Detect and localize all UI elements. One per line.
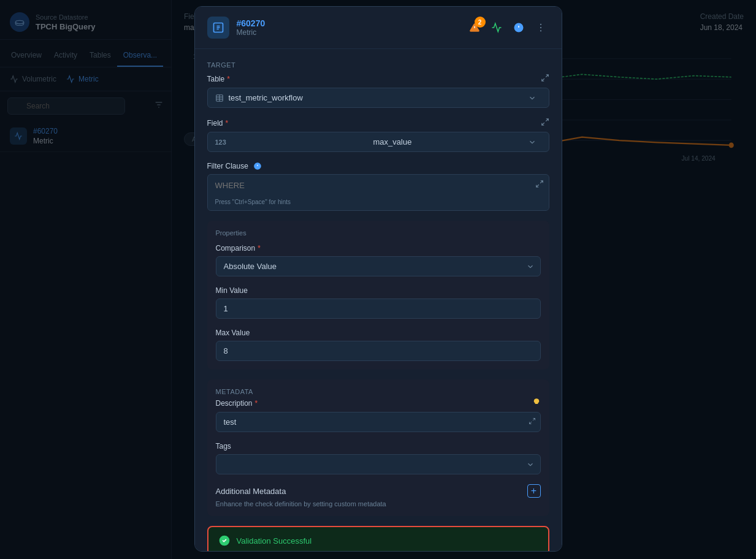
comparison-form-group: Comparison * Absolute Value [216, 244, 541, 276]
metadata-section-label: Metadata [216, 388, 253, 395]
bulb-icon [532, 398, 541, 408]
properties-label: Properties [216, 229, 541, 237]
max-value-group: Max Value [216, 329, 541, 361]
info-icon-btn[interactable] [510, 19, 527, 36]
filter-input[interactable] [208, 175, 549, 196]
validation-success-text: Validation Successful [237, 536, 312, 546]
table-expand-icon[interactable] [541, 74, 549, 84]
modal-header: #60270 Metric 2 [195, 7, 562, 49]
svg-point-26 [540, 24, 541, 25]
modal-header-actions: 2 [466, 19, 549, 36]
modal-id: #60270 [237, 18, 459, 28]
more-options-btn[interactable] [532, 19, 549, 36]
tags-group: Tags [216, 442, 541, 474]
description-label: Description * [216, 398, 541, 408]
description-expand-btn[interactable] [529, 416, 536, 427]
filter-expand-btn[interactable] [535, 180, 544, 191]
success-check-icon [218, 534, 231, 547]
comparison-label: Comparison * [216, 244, 541, 253]
modal-body: Target Table * [195, 49, 562, 552]
properties-section: Properties Comparison * Absolute Value [207, 221, 549, 370]
comparison-select-wrap: Absolute Value [216, 256, 541, 276]
field-label: Field * [207, 118, 549, 128]
field-expand-icon[interactable] [541, 118, 549, 128]
metadata-section: Metadata Description * [207, 379, 549, 516]
modal: #60270 Metric 2 [194, 6, 562, 552]
table-form-group: Table * test_metric_workf [207, 74, 549, 108]
table-select[interactable]: test_metric_workflow [207, 88, 549, 108]
max-value-label: Max Value [216, 329, 541, 337]
additional-meta-title: Additional Metadata [216, 487, 286, 496]
target-section-label: Target [207, 61, 549, 69]
svg-point-28 [540, 30, 541, 31]
min-value-label: Min Value [216, 286, 541, 295]
modal-icon [207, 17, 229, 39]
max-value-input[interactable] [216, 341, 541, 361]
warning-count-badge: 2 [475, 17, 486, 28]
min-value-input[interactable] [216, 299, 541, 319]
filter-label: Filter Clause [207, 162, 549, 170]
metadata-header: Metadata [216, 388, 541, 395]
validation-success-banner: Validation Successful [207, 526, 549, 552]
tags-select-wrap [216, 454, 541, 474]
modal-overlay: #60270 Metric 2 [0, 0, 756, 559]
description-wrap [216, 412, 541, 432]
modal-type: Metric [237, 28, 459, 37]
field-select[interactable]: 123 max_value [207, 132, 549, 152]
filter-clause-group: Filter Clause Press "Ctrl+Space" for [207, 162, 549, 211]
filter-hint: Press "Ctrl+Space" for hints [208, 196, 549, 210]
field-form-group: Field * 123 max_value [207, 118, 549, 152]
table-label: Table * [207, 74, 549, 84]
additional-metadata: Additional Metadata + Enhance the check … [216, 484, 541, 508]
additional-meta-row: Additional Metadata + [216, 484, 541, 498]
tags-label: Tags [216, 442, 541, 451]
tags-select[interactable] [216, 454, 541, 474]
svg-point-27 [540, 27, 541, 28]
filter-clause-wrap: Press "Ctrl+Space" for hints [207, 174, 549, 211]
chart-icon-btn[interactable] [488, 19, 505, 36]
description-group: Description * [216, 398, 541, 432]
warning-badge-wrap: 2 [466, 19, 483, 36]
description-input[interactable] [216, 412, 541, 432]
min-value-group: Min Value [216, 286, 541, 319]
add-metadata-btn[interactable]: + [527, 484, 541, 498]
additional-meta-hint: Enhance the check definition by setting … [216, 500, 541, 508]
comparison-select[interactable]: Absolute Value [216, 256, 541, 276]
modal-title-area: #60270 Metric [237, 18, 459, 37]
